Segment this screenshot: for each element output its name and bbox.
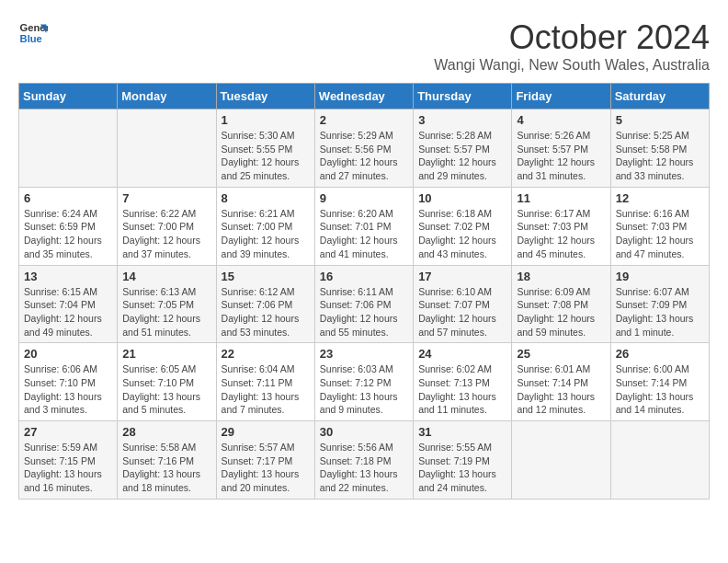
cell-content: Sunrise: 6:16 AM Sunset: 7:03 PM Dayligh… [616,207,704,261]
cell-content: Sunrise: 5:28 AM Sunset: 5:57 PM Dayligh… [418,129,506,183]
week-row-4: 20Sunrise: 6:06 AM Sunset: 7:10 PM Dayli… [19,343,710,421]
day-number: 7 [122,191,210,205]
location-subtitle: Wangi Wangi, New South Wales, Australia [434,57,710,74]
calendar-cell: 9Sunrise: 6:20 AM Sunset: 7:01 PM Daylig… [314,187,413,265]
day-number: 12 [616,191,704,205]
cell-content: Sunrise: 5:25 AM Sunset: 5:58 PM Dayligh… [616,129,704,183]
calendar-cell [512,421,610,500]
cell-content: Sunrise: 6:03 AM Sunset: 7:12 PM Dayligh… [320,362,408,417]
logo-icon: General Blue [18,18,48,48]
day-number: 19 [616,270,704,283]
cell-content: Sunrise: 5:58 AM Sunset: 7:16 PM Dayligh… [122,441,210,495]
calendar-cell: 17Sunrise: 6:10 AM Sunset: 7:07 PM Dayli… [414,265,512,343]
calendar-cell: 12Sunrise: 6:16 AM Sunset: 7:03 PM Dayli… [610,187,709,265]
day-number: 26 [616,347,704,361]
cell-content: Sunrise: 6:17 AM Sunset: 7:03 PM Dayligh… [517,207,605,261]
day-number: 4 [517,113,605,127]
calendar-cell: 5Sunrise: 5:25 AM Sunset: 5:58 PM Daylig… [610,109,709,188]
column-header-wednesday: Wednesday [314,84,413,109]
day-number: 5 [616,113,704,127]
day-number: 16 [320,270,408,283]
day-number: 2 [320,113,408,127]
calendar-cell: 22Sunrise: 6:04 AM Sunset: 7:11 PM Dayli… [216,343,314,421]
calendar-cell: 24Sunrise: 6:02 AM Sunset: 7:13 PM Dayli… [414,343,512,421]
cell-content: Sunrise: 6:13 AM Sunset: 7:05 PM Dayligh… [122,285,210,339]
cell-content: Sunrise: 5:26 AM Sunset: 5:57 PM Dayligh… [517,129,605,183]
header-row: SundayMondayTuesdayWednesdayThursdayFrid… [19,84,710,109]
cell-content: Sunrise: 6:00 AM Sunset: 7:14 PM Dayligh… [616,362,704,417]
calendar-cell: 20Sunrise: 6:06 AM Sunset: 7:10 PM Dayli… [19,343,118,421]
week-row-3: 13Sunrise: 6:15 AM Sunset: 7:04 PM Dayli… [19,265,710,343]
cell-content: Sunrise: 6:06 AM Sunset: 7:10 PM Dayligh… [24,362,112,417]
cell-content: Sunrise: 6:10 AM Sunset: 7:07 PM Dayligh… [418,285,506,339]
calendar-cell: 14Sunrise: 6:13 AM Sunset: 7:05 PM Dayli… [118,265,216,343]
calendar-cell: 4Sunrise: 5:26 AM Sunset: 5:57 PM Daylig… [512,109,610,188]
column-header-sunday: Sunday [19,84,118,109]
cell-content: Sunrise: 5:56 AM Sunset: 7:18 PM Dayligh… [320,441,408,495]
cell-content: Sunrise: 5:59 AM Sunset: 7:15 PM Dayligh… [24,441,112,495]
calendar-cell: 30Sunrise: 5:56 AM Sunset: 7:18 PM Dayli… [314,421,413,500]
day-number: 25 [517,347,605,361]
day-number: 3 [418,113,506,127]
day-number: 23 [320,347,408,361]
column-header-thursday: Thursday [414,84,512,109]
calendar-cell: 23Sunrise: 6:03 AM Sunset: 7:12 PM Dayli… [314,343,413,421]
calendar-cell: 16Sunrise: 6:11 AM Sunset: 7:06 PM Dayli… [314,265,413,343]
month-title: October 2024 [434,18,710,57]
day-number: 6 [24,191,112,205]
calendar-cell: 31Sunrise: 5:55 AM Sunset: 7:19 PM Dayli… [414,421,512,500]
calendar-cell: 8Sunrise: 6:21 AM Sunset: 7:00 PM Daylig… [216,187,314,265]
cell-content: Sunrise: 6:02 AM Sunset: 7:13 PM Dayligh… [418,362,506,417]
calendar-table: SundayMondayTuesdayWednesdayThursdayFrid… [18,83,710,500]
cell-content: Sunrise: 5:55 AM Sunset: 7:19 PM Dayligh… [418,441,506,495]
day-number: 9 [320,191,408,205]
day-number: 13 [24,270,112,283]
cell-content: Sunrise: 6:20 AM Sunset: 7:01 PM Dayligh… [320,207,408,261]
title-block: October 2024 Wangi Wangi, New South Wale… [434,18,710,74]
cell-content: Sunrise: 6:04 AM Sunset: 7:11 PM Dayligh… [222,362,310,417]
cell-content: Sunrise: 6:01 AM Sunset: 7:14 PM Dayligh… [517,362,605,417]
cell-content: Sunrise: 5:30 AM Sunset: 5:55 PM Dayligh… [222,129,310,183]
calendar-cell: 28Sunrise: 5:58 AM Sunset: 7:16 PM Dayli… [118,421,216,500]
page-header: General Blue October 2024 Wangi Wangi, N… [18,18,710,74]
calendar-cell: 10Sunrise: 6:18 AM Sunset: 7:02 PM Dayli… [414,187,512,265]
cell-content: Sunrise: 5:57 AM Sunset: 7:17 PM Dayligh… [222,441,310,495]
day-number: 31 [418,425,506,439]
column-header-tuesday: Tuesday [216,84,314,109]
cell-content: Sunrise: 6:09 AM Sunset: 7:08 PM Dayligh… [517,285,605,339]
day-number: 21 [122,347,210,361]
day-number: 10 [418,191,506,205]
day-number: 14 [122,270,210,283]
calendar-cell: 1Sunrise: 5:30 AM Sunset: 5:55 PM Daylig… [216,109,314,188]
calendar-cell [610,421,709,500]
calendar-cell: 29Sunrise: 5:57 AM Sunset: 7:17 PM Dayli… [216,421,314,500]
column-header-friday: Friday [512,84,610,109]
calendar-cell: 3Sunrise: 5:28 AM Sunset: 5:57 PM Daylig… [414,109,512,188]
calendar-cell: 18Sunrise: 6:09 AM Sunset: 7:08 PM Dayli… [512,265,610,343]
calendar-cell: 2Sunrise: 5:29 AM Sunset: 5:56 PM Daylig… [314,109,413,188]
day-number: 17 [418,270,506,283]
cell-content: Sunrise: 6:18 AM Sunset: 7:02 PM Dayligh… [418,207,506,261]
calendar-cell: 26Sunrise: 6:00 AM Sunset: 7:14 PM Dayli… [610,343,709,421]
week-row-5: 27Sunrise: 5:59 AM Sunset: 7:15 PM Dayli… [19,421,710,500]
calendar-cell: 15Sunrise: 6:12 AM Sunset: 7:06 PM Dayli… [216,265,314,343]
cell-content: Sunrise: 6:15 AM Sunset: 7:04 PM Dayligh… [24,285,112,339]
cell-content: Sunrise: 6:12 AM Sunset: 7:06 PM Dayligh… [222,285,310,339]
day-number: 28 [122,425,210,439]
calendar-cell: 13Sunrise: 6:15 AM Sunset: 7:04 PM Dayli… [19,265,118,343]
calendar-cell: 6Sunrise: 6:24 AM Sunset: 6:59 PM Daylig… [19,187,118,265]
calendar-cell: 7Sunrise: 6:22 AM Sunset: 7:00 PM Daylig… [118,187,216,265]
day-number: 29 [222,425,310,439]
calendar-cell [19,109,118,188]
column-header-saturday: Saturday [610,84,709,109]
day-number: 20 [24,347,112,361]
calendar-cell: 19Sunrise: 6:07 AM Sunset: 7:09 PM Dayli… [610,265,709,343]
day-number: 8 [222,191,310,205]
calendar-cell: 27Sunrise: 5:59 AM Sunset: 7:15 PM Dayli… [19,421,118,500]
week-row-2: 6Sunrise: 6:24 AM Sunset: 6:59 PM Daylig… [19,187,710,265]
calendar-cell: 21Sunrise: 6:05 AM Sunset: 7:10 PM Dayli… [118,343,216,421]
day-number: 15 [222,270,310,283]
calendar-cell: 11Sunrise: 6:17 AM Sunset: 7:03 PM Dayli… [512,187,610,265]
cell-content: Sunrise: 6:22 AM Sunset: 7:00 PM Dayligh… [122,207,210,261]
day-number: 11 [517,191,605,205]
